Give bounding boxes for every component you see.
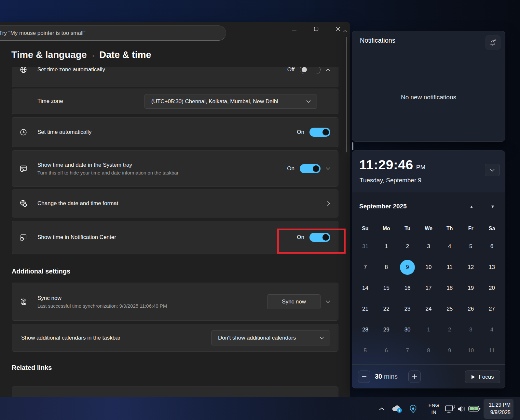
calendar-day[interactable]: 5 — [358, 343, 373, 358]
calendar-day[interactable]: 11 — [485, 343, 499, 358]
calendar-day[interactable]: 19 — [463, 281, 478, 296]
display-tray-button[interactable] — [444, 397, 456, 420]
language-indicator[interactable]: ENG IN — [425, 397, 443, 420]
focus-increase-button[interactable] — [408, 371, 421, 383]
toggle-state: On — [287, 165, 294, 172]
calendar-day[interactable]: 4 — [442, 239, 457, 254]
scrollbar-up-icon[interactable] — [343, 30, 347, 33]
notification-clock-icon — [19, 233, 28, 242]
calendar-day[interactable]: 8 — [379, 260, 394, 275]
clock-icon — [19, 128, 28, 136]
calendar-day[interactable]: 9 — [442, 343, 457, 358]
clock-calendar-panel: 11:29:46 PM Tuesday, September 9 Septemb… — [352, 150, 505, 388]
calendar-day[interactable]: 16 — [400, 281, 415, 296]
breadcrumb-time-language[interactable]: Time & language — [11, 49, 87, 60]
calendar-day-header: We — [425, 226, 432, 231]
calendar-day[interactable]: 3 — [463, 322, 478, 337]
calendar-prev-month-icon[interactable]: ▲ — [468, 204, 475, 209]
maximize-button[interactable] — [309, 24, 323, 35]
calendar-day[interactable]: 21 — [358, 301, 373, 316]
calendar-next-month-icon[interactable]: ▼ — [489, 204, 496, 209]
calendar-day[interactable]: 2 — [442, 322, 457, 337]
minimize-button[interactable] — [287, 24, 302, 35]
settings-search-input[interactable]: Try "My mouse pointer is too small" — [0, 25, 226, 41]
calendar-day-header: Th — [446, 226, 453, 231]
calendar-day[interactable]: 10 — [463, 343, 478, 358]
tray-app-button[interactable] — [406, 397, 419, 420]
setting-row-notification-center-time[interactable]: Show time in Notification Center On — [12, 221, 338, 254]
calendar-day[interactable]: 3 — [421, 239, 436, 254]
calendar-day[interactable]: 26 — [463, 301, 478, 316]
row-label: Change the date and time format — [37, 200, 118, 207]
globe-clock-icon — [19, 199, 28, 208]
calendar-day[interactable]: 31 — [358, 239, 373, 254]
do-not-disturb-button[interactable]: z Z — [486, 35, 500, 49]
calendar-day[interactable]: 11 — [442, 260, 457, 275]
tray-overflow-button[interactable] — [377, 397, 387, 420]
calendar-day[interactable]: 23 — [400, 301, 415, 316]
calendar-day[interactable]: 6 — [485, 239, 499, 254]
calendar-day[interactable]: 7 — [400, 343, 415, 358]
scrollbar-thumb[interactable] — [346, 37, 347, 152]
calendar-day[interactable]: 17 — [421, 281, 436, 296]
chevron-down-icon[interactable] — [326, 300, 330, 303]
calendar-day[interactable]: 7 — [358, 260, 373, 275]
taskbar-clock[interactable]: 11:29 PM 9/9/2025 — [484, 399, 513, 419]
calendar-day[interactable]: 14 — [358, 281, 373, 296]
close-button[interactable] — [331, 24, 345, 35]
focus-start-button[interactable]: Focus — [465, 371, 500, 383]
battery-tray-button[interactable] — [468, 397, 481, 420]
calendar-day[interactable]: 30 — [400, 322, 415, 337]
setting-row-set-time-auto[interactable]: Set time automatically On — [12, 117, 338, 147]
calendar-day[interactable]: 12 — [463, 260, 478, 275]
collapse-calendar-button[interactable] — [485, 164, 500, 176]
calendar-day[interactable]: 8 — [421, 343, 436, 358]
setting-row-system-tray-time[interactable]: Show time and date in the System tray Tu… — [12, 150, 338, 187]
tray-calendar-clock-icon — [19, 164, 28, 173]
calendar-day[interactable]: 2 — [400, 239, 415, 254]
maximize-icon — [314, 27, 319, 33]
calendar-day-header: Su — [362, 226, 368, 231]
volume-tray-button[interactable] — [456, 397, 468, 420]
time-zone-value: (UTC+05:30) Chennai, Kolkata, Mumbai, Ne… — [151, 98, 278, 105]
calendar-day[interactable]: 10 — [421, 260, 436, 275]
set-time-zone-auto-toggle[interactable] — [300, 67, 321, 74]
calendar-day[interactable]: 22 — [379, 301, 394, 316]
setting-row-date-time-format[interactable]: Change the date and time format — [12, 189, 338, 217]
calendar-day-selected[interactable]: 9 — [400, 260, 415, 275]
system-tray-time-toggle[interactable] — [300, 164, 321, 173]
calendar-day[interactable]: 13 — [485, 260, 499, 275]
notification-center-time-toggle[interactable] — [309, 233, 330, 242]
set-time-auto-toggle[interactable] — [309, 128, 330, 137]
onedrive-tray-icon[interactable]: i — [390, 397, 404, 420]
settings-content: Set time zone automatically Off Time zon… — [0, 67, 350, 397]
chevron-down-icon[interactable] — [326, 167, 330, 170]
calendar-day[interactable]: 5 — [463, 239, 478, 254]
section-related-links: Related links — [12, 364, 52, 371]
calendar-day[interactable]: 6 — [379, 343, 394, 358]
calendar-day[interactable]: 25 — [442, 301, 457, 316]
calendar-day[interactable]: 27 — [485, 301, 499, 316]
calendar-day[interactable]: 4 — [485, 322, 499, 337]
cloud-info-icon: i — [391, 404, 403, 413]
chevron-up-icon[interactable] — [326, 68, 330, 71]
panel-scroll-indicator — [352, 142, 353, 150]
tray-app-icon — [408, 404, 418, 414]
additional-calendars-select[interactable]: Don't show additional calendars — [211, 330, 330, 345]
calendar-day[interactable]: 24 — [421, 301, 436, 316]
minus-icon — [362, 376, 366, 377]
current-date: Tuesday, September 9 — [360, 177, 421, 184]
calendar-day[interactable]: 15 — [379, 281, 394, 296]
related-links-card[interactable] — [12, 386, 338, 397]
setting-row-set-time-zone-auto[interactable]: Set time zone automatically Off — [12, 67, 338, 87]
time-zone-select[interactable]: (UTC+05:30) Chennai, Kolkata, Mumbai, Ne… — [144, 94, 317, 109]
sync-now-button[interactable]: Sync now — [267, 294, 321, 309]
calendar-day[interactable]: 28 — [358, 322, 373, 337]
calendar-day[interactable]: 1 — [421, 322, 436, 337]
calendar-day[interactable]: 20 — [485, 281, 499, 296]
calendar-day[interactable]: 18 — [442, 281, 457, 296]
calendar-day[interactable]: 29 — [379, 322, 394, 337]
calendar-day[interactable]: 1 — [379, 239, 394, 254]
setting-row-additional-calendars: Show additional calendars in the taskbar… — [12, 324, 338, 352]
focus-decrease-button[interactable] — [358, 371, 370, 383]
